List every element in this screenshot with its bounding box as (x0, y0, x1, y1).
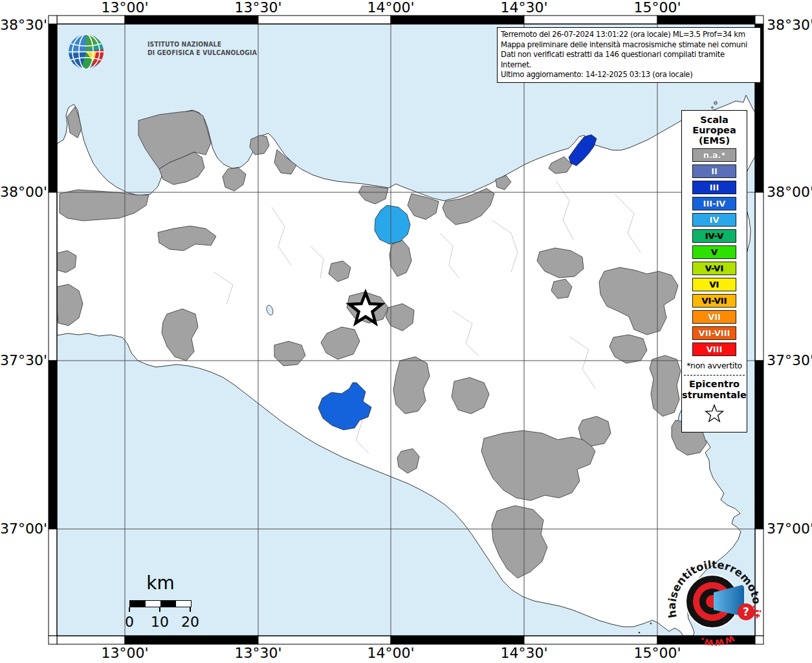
question-mark: ? (743, 605, 749, 618)
ingv-logo: ISTITUTO NAZIONALE DI GEOFISICA E VULCAN… (67, 32, 222, 73)
islet (714, 102, 718, 105)
legend-item-III-IV: III-IV (692, 197, 736, 210)
watermark-www-text: www. (698, 633, 736, 649)
legend-item-VII: VII (692, 310, 736, 324)
scale-tick-10: 10 (147, 614, 173, 630)
info-line-questionnaires: Dati non verificati estratti da 146 ques… (501, 50, 757, 70)
scale-tick-0: 0 (116, 614, 142, 630)
info-line-map-desc: Mappa preliminare delle intensità macros… (501, 40, 757, 51)
axis-label-lat: 37°00' (767, 521, 812, 537)
legend-item-V-VI: V-VI (692, 262, 736, 275)
legend-item-na: n.a.* (692, 148, 736, 162)
legend-item-IV-V: IV-V (692, 229, 736, 243)
legend-divider (684, 375, 745, 376)
legend-title: Scala Europea (EMS) (682, 115, 747, 146)
ingv-org-name: ISTITUTO NAZIONALE DI GEOFISICA E VULCAN… (148, 40, 257, 57)
legend-footnote: *non avvertito (682, 361, 747, 370)
legend-star-icon (703, 403, 725, 424)
axis-label-lat: 37°00' (0, 521, 45, 537)
legend-item-IV: IV (692, 213, 736, 227)
intensity-legend: Scala Europea (EMS) n.a.* II III III-IV … (681, 110, 747, 433)
ingv-globe-icon (67, 32, 105, 71)
axis-label-lon: 13°00' (89, 0, 160, 16)
axis-label-lon: 13°00' (89, 646, 160, 662)
haisentitoilterremoto-watermark: ? haisentitoilterremoto.it www. (662, 548, 767, 653)
axis-label-lat: 38°00' (0, 184, 45, 201)
scale-unit-label: km (141, 572, 180, 594)
axis-label-lon: 15°00' (622, 0, 693, 16)
axis-label-lat: 37°30' (0, 352, 45, 369)
legend-item-VII-VIII: VII-VIII (692, 326, 736, 340)
scale-tick-20: 20 (177, 614, 203, 630)
info-line-event: Terremoto del 26-07-2024 13:01:22 (ora l… (501, 30, 757, 40)
islet (650, 623, 652, 625)
axis-label-lat: 38°30' (0, 17, 45, 34)
islet (639, 632, 641, 634)
earthquake-info-box: Terremoto del 26-07-2024 13:01:22 (ora l… (497, 27, 761, 83)
islet (712, 107, 714, 109)
axis-label-lon: 14°00' (355, 646, 426, 662)
info-line-updated: Ultimo aggiornamento: 14-12-2025 03:13 (… (501, 70, 757, 80)
legend-item-V: V (692, 245, 736, 259)
legend-item-VIII: VIII (692, 343, 736, 356)
legend-item-VI-VII: VI-VII (692, 294, 736, 308)
scale-bar-segments (129, 600, 192, 607)
axis-label-lon: 13°30' (223, 0, 294, 16)
legend-epicenter-label: Epicentro strumentale (682, 379, 747, 401)
axis-label-lat: 38°30' (767, 17, 812, 34)
legend-item-II: II (692, 164, 736, 178)
axis-label-lat: 38°00' (767, 184, 812, 201)
axis-label-lon: 14°30' (488, 0, 560, 16)
axis-label-lon: 13°30' (223, 646, 294, 662)
axis-label-lon: 14°00' (355, 0, 426, 16)
axis-label-lat: 37°30' (767, 352, 812, 369)
macroseismic-map-page: 13°00' 13°30' 14°00' 14°30' 15°00' 13°00… (0, 0, 812, 663)
axis-label-lon: 14°30' (488, 646, 560, 662)
legend-item-VI: VI (692, 278, 736, 291)
legend-item-III: III (692, 181, 736, 194)
